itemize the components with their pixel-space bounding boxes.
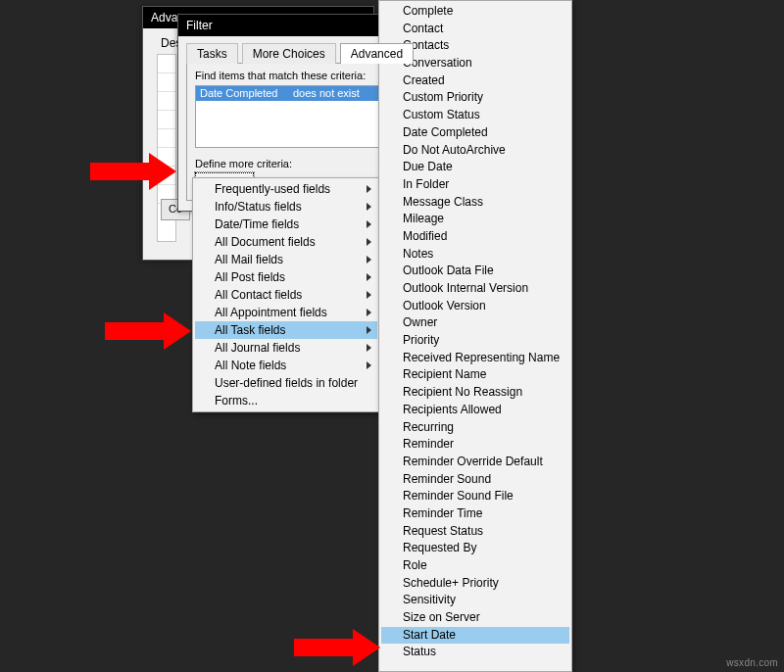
field-category-item[interactable]: All Post fields — [195, 268, 377, 286]
field-category-item[interactable]: Date/Time fields — [195, 216, 377, 233]
task-field-item[interactable]: Recurring — [381, 419, 569, 437]
task-field-item[interactable]: Notes — [381, 246, 569, 264]
chevron-right-icon — [367, 344, 371, 352]
menu-item-label: All Contact fields — [215, 286, 302, 304]
task-field-item[interactable]: Reminder — [381, 436, 569, 454]
chevron-right-icon — [367, 238, 371, 246]
watermark: wsxdn.com — [726, 657, 778, 668]
menu-item-label: Frequently-used fields — [215, 180, 330, 198]
task-field-item[interactable]: Requested By — [381, 540, 569, 557]
menu-item-label: All Document fields — [215, 233, 316, 251]
task-field-item[interactable]: Priority — [381, 332, 569, 350]
field-category-item[interactable]: Info/Status fields — [195, 198, 377, 216]
menu-item-label: All Task fields — [215, 321, 285, 339]
tab-more-choices[interactable]: More Choices — [242, 43, 336, 64]
task-field-item[interactable]: Owner — [381, 314, 569, 332]
task-field-item[interactable]: Custom Priority — [381, 89, 569, 107]
chevron-right-icon — [367, 291, 371, 299]
task-field-item[interactable]: Contact — [381, 21, 569, 38]
task-fields-menu: CompleteContactContactsConversationCreat… — [378, 0, 572, 672]
menu-item-label: All Note fields — [215, 357, 286, 374]
field-category-item[interactable]: Frequently-used fields — [195, 180, 377, 198]
task-field-item[interactable]: In Folder — [381, 176, 569, 194]
task-field-item[interactable]: Outlook Data File — [381, 263, 569, 280]
field-category-item[interactable]: All Note fields — [195, 357, 377, 374]
task-field-item[interactable]: Recipient Name — [381, 366, 569, 384]
chevron-right-icon — [367, 185, 371, 193]
field-category-item[interactable]: All Document fields — [195, 233, 377, 251]
task-field-item[interactable]: Outlook Internal Version — [381, 280, 569, 298]
task-field-item[interactable]: Reminder Override Default — [381, 454, 569, 471]
menu-item-label: User-defined fields in folder — [215, 374, 358, 392]
task-field-item[interactable]: Recipients Allowed — [381, 402, 569, 419]
task-field-item[interactable]: Message Class — [381, 194, 569, 212]
chevron-right-icon — [367, 326, 371, 334]
chevron-right-icon — [367, 361, 371, 369]
task-field-item[interactable]: Mileage — [381, 211, 569, 228]
menu-item-label: Info/Status fields — [215, 198, 302, 216]
task-field-item[interactable]: Custom Status — [381, 107, 569, 124]
task-field-item[interactable]: Modified — [381, 228, 569, 246]
task-field-item[interactable]: Outlook Version — [381, 298, 569, 315]
task-field-item[interactable]: Sensitivity — [381, 592, 569, 609]
task-field-item[interactable]: Schedule+ Priority — [381, 575, 569, 593]
task-field-item[interactable]: Request Status — [381, 523, 569, 541]
menu-item-label: All Mail fields — [215, 251, 283, 268]
field-category-item[interactable]: All Task fields — [195, 321, 377, 339]
task-field-item[interactable]: Created — [381, 72, 569, 90]
field-category-item[interactable]: All Journal fields — [195, 339, 377, 357]
chevron-right-icon — [367, 256, 371, 264]
task-field-item[interactable]: Reminder Sound File — [381, 488, 569, 505]
menu-item-label: Forms... — [215, 392, 258, 409]
menu-item-label: Date/Time fields — [215, 216, 299, 233]
task-field-item[interactable]: Reminder Sound — [381, 471, 569, 489]
task-field-item[interactable]: Due Date — [381, 159, 569, 176]
field-category-item[interactable]: All Mail fields — [195, 251, 377, 268]
menu-item-label: All Post fields — [215, 268, 285, 286]
task-field-item[interactable]: Reminder Time — [381, 505, 569, 523]
tab-tasks[interactable]: Tasks — [186, 43, 238, 64]
menu-item-label: All Appointment fields — [215, 304, 327, 321]
task-field-item[interactable]: Size on Server — [381, 609, 569, 627]
task-field-item[interactable]: Received Representing Name — [381, 350, 569, 367]
criteria-condition: does not exist — [293, 86, 360, 101]
chevron-right-icon — [367, 220, 371, 228]
task-field-item[interactable]: Recipient No Reassign — [381, 384, 569, 402]
chevron-right-icon — [367, 309, 371, 316]
tab-advanced[interactable]: Advanced — [340, 43, 414, 64]
field-category-item[interactable]: All Contact fields — [195, 286, 377, 304]
task-field-item[interactable]: Role — [381, 557, 569, 575]
field-category-item[interactable]: User-defined fields in folder — [195, 374, 377, 392]
criteria-field: Date Completed — [196, 86, 293, 101]
chevron-right-icon — [367, 203, 371, 211]
chevron-right-icon — [367, 273, 371, 281]
task-field-item[interactable]: Status — [381, 644, 569, 661]
task-field-item[interactable]: Do Not AutoArchive — [381, 142, 569, 160]
menu-item-label: All Journal fields — [215, 339, 300, 357]
field-category-item[interactable]: Forms... — [195, 392, 377, 409]
task-field-item[interactable]: Date Completed — [381, 124, 569, 142]
task-field-item[interactable]: Start Date — [381, 627, 569, 645]
field-category-menu: Frequently-used fieldsInfo/Status fields… — [192, 177, 380, 412]
task-field-item[interactable]: Complete — [381, 3, 569, 21]
field-category-item[interactable]: All Appointment fields — [195, 304, 377, 321]
